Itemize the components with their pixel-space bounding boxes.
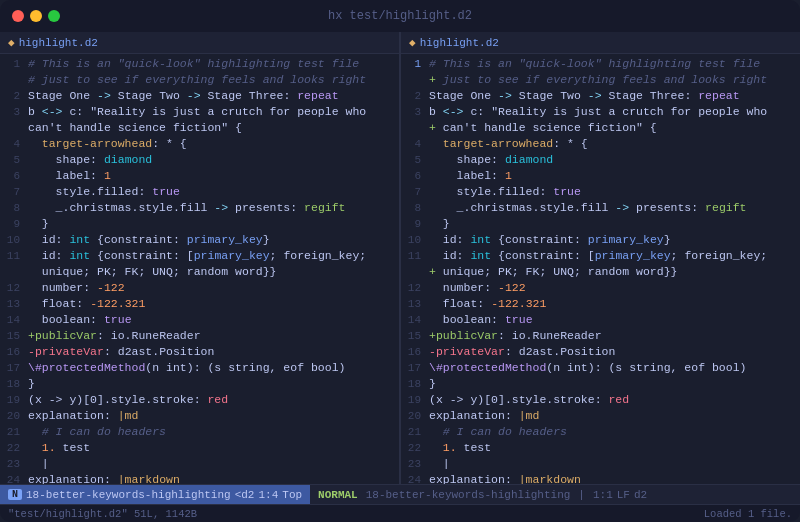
table-row: 7 style.filled: true [401, 184, 800, 200]
table-row: 12 number: -122 [0, 280, 399, 296]
line-number: 15 [0, 328, 28, 344]
line-number: 7 [401, 184, 429, 200]
table-row: 21 # I can do headers [401, 424, 800, 440]
line-number: 5 [0, 152, 28, 168]
minimize-button[interactable] [30, 10, 42, 22]
window-title: hx test/highlight.d2 [328, 9, 472, 23]
line-number: 14 [0, 312, 28, 328]
line-content: boolean: true [429, 312, 796, 328]
table-row: 18} [401, 376, 800, 392]
line-number: 24 [0, 472, 28, 484]
table-row: 20explanation: |md [0, 408, 399, 424]
line-number: 24 [401, 472, 429, 484]
table-row: + can't handle science fiction" { [401, 120, 800, 136]
table-row: 20explanation: |md [401, 408, 800, 424]
line-content: 1. test [28, 440, 395, 456]
table-row: 19(x -> y)[0].style.stroke: red [401, 392, 800, 408]
table-row: 15+publicVar: io.RuneReader [0, 328, 399, 344]
line-content: Stage One -> Stage Two -> Stage Three: r… [429, 88, 796, 104]
table-row: 16-privateVar: d2ast.Position [401, 344, 800, 360]
line-content: label: 1 [429, 168, 796, 184]
table-row: 15+publicVar: io.RuneReader [401, 328, 800, 344]
table-row: 10 id: int {constraint: primary_key} [401, 232, 800, 248]
table-row: 2Stage One -> Stage Two -> Stage Three: … [0, 88, 399, 104]
line-content: label: 1 [28, 168, 395, 184]
line-content: shape: diamond [28, 152, 395, 168]
line-content: # I can do headers [429, 424, 796, 440]
right-pane: ◆ highlight.d2 1# This is an "quick-look… [401, 32, 800, 484]
table-row: 12 number: -122 [401, 280, 800, 296]
line-number: 15 [401, 328, 429, 344]
table-row: 24explanation: |markdown [401, 472, 800, 484]
table-row: 23 | [0, 456, 399, 472]
maximize-button[interactable] [48, 10, 60, 22]
line-number: 22 [0, 440, 28, 456]
table-row: 3b <-> c: "Reality is just a crutch for … [0, 104, 399, 120]
line-content: _.christmas.style.fill -> presents: regi… [429, 200, 796, 216]
line-content: shape: diamond [429, 152, 796, 168]
line-number: 11 [0, 248, 28, 264]
status-scroll-left: Top [282, 489, 302, 501]
line-number: 6 [401, 168, 429, 184]
table-row: 3b <-> c: "Reality is just a crutch for … [401, 104, 800, 120]
main-content: ◆ highlight.d2 1# This is an "quick-look… [0, 32, 800, 484]
line-content: target-arrowhead: * { [28, 136, 395, 152]
line-number: 22 [401, 440, 429, 456]
line-content: # I can do headers [28, 424, 395, 440]
line-number: 19 [0, 392, 28, 408]
table-row: 4 target-arrowhead: * { [401, 136, 800, 152]
right-code-area[interactable]: 1# This is an "quick-look" highlighting … [401, 54, 800, 484]
line-number: 12 [0, 280, 28, 296]
line-content: float: -122.321 [429, 296, 796, 312]
table-row: 7 style.filled: true [0, 184, 399, 200]
line-number: 21 [401, 424, 429, 440]
line-content: style.filled: true [429, 184, 796, 200]
close-button[interactable] [12, 10, 24, 22]
table-row: 23 | [401, 456, 800, 472]
status-branch-right: 18-better-keywords-highlighting [366, 489, 571, 501]
left-pane: ◆ highlight.d2 1# This is an "quick-look… [0, 32, 400, 484]
line-content: explanation: |markdown [28, 472, 395, 484]
status-divider1: | [578, 489, 585, 501]
table-row: 1# This is an "quick-look" highlighting … [0, 56, 399, 72]
status-lf: LF [617, 489, 630, 501]
table-row: 21 # I can do headers [0, 424, 399, 440]
line-number: 10 [401, 232, 429, 248]
line-number: 4 [0, 136, 28, 152]
line-content: | [28, 456, 395, 472]
line-number: 10 [0, 232, 28, 248]
table-row: 10 id: int {constraint: primary_key} [0, 232, 399, 248]
status-pos-right: 1:1 [593, 489, 613, 501]
line-content: # This is an "quick-look" highlighting t… [28, 56, 395, 72]
table-row: 24explanation: |markdown [0, 472, 399, 484]
line-number: 7 [0, 184, 28, 200]
statusbar: N 18-better-keywords-highlighting <d2 1:… [0, 484, 800, 504]
line-content: } [28, 376, 395, 392]
bottom-left-text: "test/highlight.d2" 51L, 1142B [8, 508, 704, 520]
table-row: 5 shape: diamond [401, 152, 800, 168]
line-content: number: -122 [429, 280, 796, 296]
line-content: (x -> y)[0].style.stroke: red [28, 392, 395, 408]
line-content: explanation: |markdown [429, 472, 796, 484]
line-number: 18 [0, 376, 28, 392]
line-content: } [28, 216, 395, 232]
line-number: 4 [401, 136, 429, 152]
line-content: id: int {constraint: [primary_key; forei… [28, 248, 395, 264]
right-pane-header: ◆ highlight.d2 [401, 32, 800, 54]
table-row: 6 label: 1 [0, 168, 399, 184]
table-row: 19(x -> y)[0].style.stroke: red [0, 392, 399, 408]
line-content: + can't handle science fiction" { [429, 120, 796, 136]
line-content: Stage One -> Stage Two -> Stage Three: r… [28, 88, 395, 104]
line-content: } [429, 376, 796, 392]
left-code-area[interactable]: 1# This is an "quick-look" highlighting … [0, 54, 399, 484]
line-content: + just to see if everything feels and lo… [429, 72, 796, 88]
left-pane-header: ◆ highlight.d2 [0, 32, 399, 54]
line-number: 17 [0, 360, 28, 376]
line-number: 3 [401, 104, 429, 120]
line-number: 23 [0, 456, 28, 472]
line-number: 12 [401, 280, 429, 296]
line-content: explanation: |md [429, 408, 796, 424]
line-number: 16 [401, 344, 429, 360]
line-content: 1. test [429, 440, 796, 456]
table-row: 11 id: int {constraint: [primary_key; fo… [0, 248, 399, 264]
